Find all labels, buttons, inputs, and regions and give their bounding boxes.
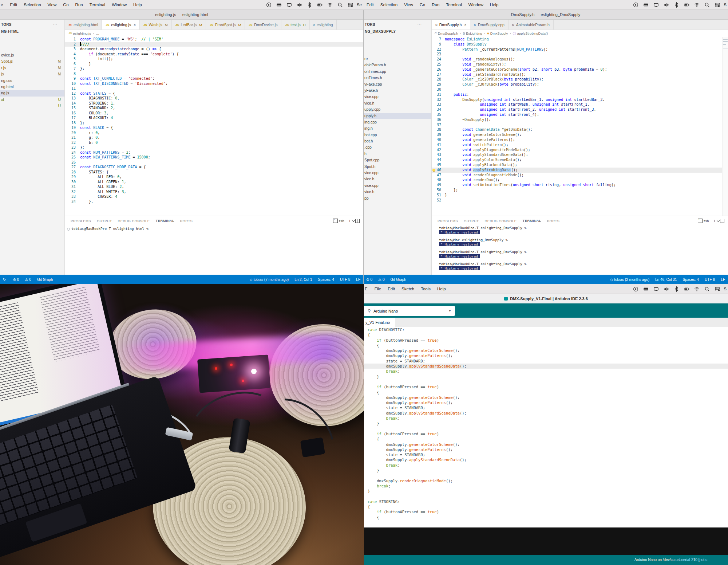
code-line[interactable]: 8: [65, 71, 363, 76]
code-line[interactable]: if (buttonCPressed == true): [364, 431, 728, 436]
volume-icon[interactable]: [664, 286, 669, 292]
code-line[interactable]: state = STANDARD;: [364, 405, 728, 410]
cc-icon[interactable]: [715, 2, 720, 8]
code-line[interactable]: 45 void applyBlackoutData();: [432, 162, 722, 168]
code-line[interactable]: {: [364, 515, 728, 520]
sidebar-file-item[interactable]: Spot.h: [363, 164, 431, 170]
code-line[interactable]: }: [364, 421, 728, 426]
sidebar-file-item[interactable]: ng.css: [0, 78, 64, 84]
bluetooth-icon[interactable]: [307, 2, 312, 8]
code-line[interactable]: 25const NEW_PATTERNS_TIME = 15000;: [65, 155, 363, 160]
code-line[interactable]: [364, 379, 728, 384]
tab-LedBar.js[interactable]: JSLedBar.jsM: [172, 20, 206, 30]
code-line[interactable]: 4 if (document.readyState === 'complete'…: [65, 52, 363, 57]
terminal-left[interactable]: tobias@MacBookPro-T eslighting-html %: [66, 227, 362, 274]
tab-DmxSupply.cpp[interactable]: CDmxSupply.cpp: [470, 20, 509, 30]
menu-terminal[interactable]: Terminal: [446, 3, 462, 7]
keyboard-icon[interactable]: [643, 2, 649, 8]
sidebar-file-item[interactable]: Spot.jsM: [0, 58, 64, 64]
code-line[interactable]: 20 r: 0,: [65, 130, 363, 136]
tab-Wash.js[interactable]: JSWash.jsM: [140, 20, 172, 30]
chevron-down-icon[interactable]: [717, 219, 720, 222]
volume-icon[interactable]: [664, 2, 669, 8]
code-line[interactable]: state = STANDARD;: [364, 358, 728, 364]
code-line[interactable]: 5 init();: [65, 56, 363, 62]
search-icon[interactable]: [337, 2, 343, 8]
code-line[interactable]: 23};: [65, 145, 363, 150]
bluetooth-icon[interactable]: [674, 286, 679, 292]
code-line[interactable]: {: [364, 332, 728, 337]
code-line[interactable]: break;: [364, 483, 728, 489]
code-line[interactable]: {: [364, 504, 728, 509]
tab-eslighting[interactable]: #eslighting: [310, 20, 337, 30]
code-line[interactable]: {: [364, 343, 728, 348]
volume-icon[interactable]: [297, 2, 302, 8]
code-line[interactable]: 17 BLACKOUT: 4: [65, 115, 363, 121]
code-line[interactable]: 38 const ChannelData *getDmxData();: [432, 127, 722, 132]
wifi-icon[interactable]: [694, 2, 700, 8]
code-line[interactable]: 49 void setAnimationTimes(unsigned short…: [432, 183, 722, 188]
code-line[interactable]: 31 public:: [432, 92, 722, 97]
editor-right[interactable]: 7namespace EsLighting9 class DmxSupply22…: [432, 37, 722, 216]
vscode-right-titlebar[interactable]: DmxSupply.h — eslighting_DmxSupply: [363, 10, 728, 20]
status-item[interactable]: UTF-8: [340, 278, 350, 282]
sidebar-file-item[interactable]: upply.h: [363, 113, 431, 119]
code-line[interactable]: 28 STATES: {: [65, 170, 363, 175]
code-line[interactable]: dmxSupply.applyStandardSceneData();: [364, 411, 728, 416]
sidebar-file-item[interactable]: h: [363, 151, 431, 157]
breadcrumb-item[interactable]: {}EsLighting: [458, 31, 482, 35]
lightbulb-icon[interactable]: [432, 169, 435, 172]
breadcrumb-item[interactable]: CDmxSupply.h: [435, 31, 458, 35]
arduino-sketch-tab[interactable]: y_V1-Final.ino: [364, 318, 395, 327]
panel-tab-problems[interactable]: PROBLEMS: [71, 217, 91, 225]
menu-run[interactable]: Run: [432, 3, 439, 7]
code-line[interactable]: 40 void generatePatterns();: [432, 137, 722, 142]
code-line[interactable]: 30: [432, 87, 722, 92]
menu-selection[interactable]: Selection: [24, 3, 41, 7]
code-line[interactable]: 15 STANDARD: 2,: [65, 106, 363, 111]
terminal-right[interactable]: tobias@MacBookPro-T eslighting_DmxSupply…: [434, 226, 725, 274]
code-line[interactable]: 10const TXT_DISCONNECTED = 'Disconnected…: [65, 81, 363, 86]
status-item[interactable]: UTF-8: [705, 278, 715, 282]
panel-tab-output[interactable]: OUTPUT: [97, 217, 112, 225]
code-line[interactable]: 9 class DmxSupply: [432, 42, 722, 47]
split-panel-icon[interactable]: [720, 219, 724, 223]
menu-view[interactable]: View: [48, 3, 57, 7]
status-item[interactable]: ◇tobias (7 months ago): [250, 278, 289, 282]
code-line[interactable]: 9const TXT_CONNECTED = 'Connected';: [65, 76, 363, 81]
breadcrumb-item[interactable]: …: [91, 31, 99, 35]
code-line[interactable]: 33 unsigned int startWash, unsigned int …: [432, 102, 722, 107]
code-line[interactable]: [364, 426, 728, 431]
code-line[interactable]: 26: [65, 160, 363, 165]
code-line[interactable]: 52: [432, 198, 722, 203]
code-line[interactable]: 42 void applyDiagnosticModeData();: [432, 148, 722, 153]
status-item[interactable]: Ln 46, Col 31: [655, 278, 677, 282]
open-editors-header[interactable]: TORS: [365, 23, 375, 27]
code-line[interactable]: dmxSupply.generatePatterns();: [364, 447, 728, 452]
panel-tab-problems[interactable]: PROBLEMS: [438, 217, 458, 225]
code-line[interactable]: 29 ALL_RED: 0,: [65, 174, 363, 180]
panel-tab-ports[interactable]: PORTS: [180, 217, 193, 225]
code-line[interactable]: if (buttonBPressed == true): [364, 384, 728, 389]
code-line[interactable]: 35 unsigned int startFront_4);: [432, 112, 722, 117]
code-line[interactable]: 22 Pattern _currentPatterns[NUM_PATTERNS…: [432, 47, 722, 52]
status-item[interactable]: ⊘0: [366, 278, 372, 282]
code-line[interactable]: break;: [364, 369, 728, 374]
breadcrumb[interactable]: JSeslighting.js…: [68, 30, 360, 37]
menu-sketch[interactable]: Sketch: [401, 287, 414, 291]
sidebar-file-item[interactable]: Spot.cpp: [363, 157, 431, 163]
sidebar-file-item[interactable]: vice.h: [363, 100, 431, 106]
code-line[interactable]: [364, 473, 728, 478]
status-item[interactable]: Ln 2, Col 1: [294, 278, 312, 282]
open-editors-header[interactable]: TORS: [1, 23, 12, 27]
wifi-icon[interactable]: [694, 286, 700, 292]
mirror-icon[interactable]: [653, 2, 659, 8]
code-line[interactable]: 2////: [65, 42, 363, 47]
sidebar-file-item[interactable]: ing.cpp: [363, 119, 431, 125]
code-line[interactable]: 37: [432, 122, 722, 127]
code-line[interactable]: 27const DIAGNOSTIC_MODE_DATA = {: [65, 165, 363, 170]
code-line[interactable]: }: [364, 468, 728, 473]
sidebar-file-item[interactable]: ng.js: [0, 90, 64, 96]
project-header[interactable]: NG-HTML: [1, 30, 19, 34]
code-line[interactable]: dmxSupply.renderDiagnosticMode();: [364, 478, 728, 483]
